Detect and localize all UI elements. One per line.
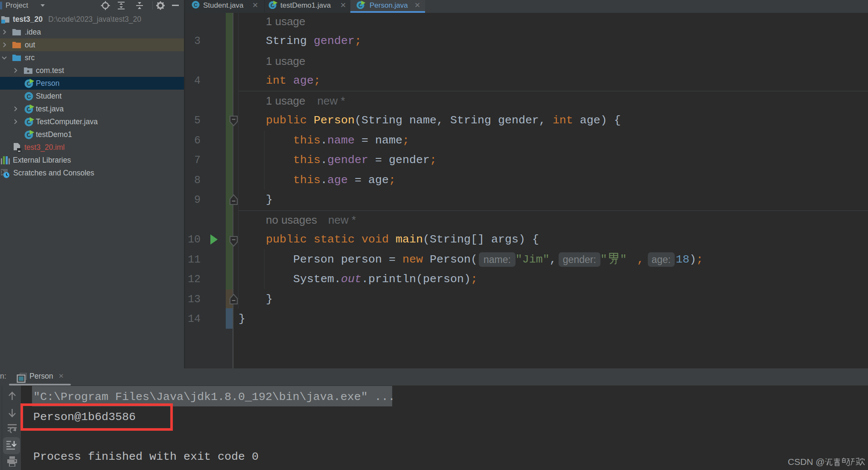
svg-text:C: C — [26, 93, 31, 100]
svg-text:C: C — [194, 2, 198, 8]
